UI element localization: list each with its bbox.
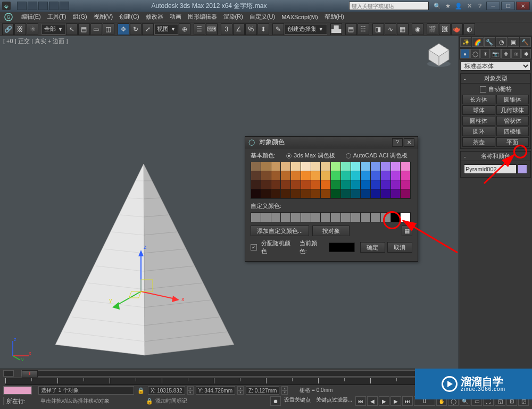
link-icon[interactable]: 🔗 (2, 23, 14, 35)
viewport-label[interactable]: [ +0 ] 正交 | 真实 + 边面 ] (3, 37, 68, 45)
unlink-icon[interactable]: ⛓ (14, 23, 26, 35)
custom-color-slot[interactable] (281, 213, 291, 222)
primitive-button[interactable]: 管状体 (496, 116, 529, 126)
menu-graph-editors[interactable]: 图形编辑器 (185, 12, 220, 22)
help-search-input-field[interactable] (350, 2, 428, 10)
schematic-view-icon[interactable]: ▦ (397, 23, 409, 35)
ql-save-icon[interactable] (28, 2, 37, 10)
create-lights-icon[interactable]: ☀ (480, 49, 490, 59)
menu-edit[interactable]: 编辑(E) (18, 12, 44, 22)
create-spacewarps-icon[interactable]: ≋ (511, 49, 521, 59)
percent-snap-icon[interactable]: % (245, 23, 257, 35)
infocenter-exchange-icon[interactable]: ✕ (464, 2, 474, 10)
color-cell[interactable] (351, 180, 361, 189)
snap-toggle-icon[interactable]: 3 (221, 23, 232, 35)
infocenter-help-icon[interactable]: ? (475, 2, 485, 10)
color-cell[interactable] (311, 180, 321, 189)
dialog-titlebar[interactable]: ◯ 对象颜色 ? ✕ (245, 137, 418, 148)
window-crossing-icon[interactable]: ◫ (103, 23, 114, 35)
create-shapes-icon[interactable]: ◯ (470, 49, 480, 59)
color-cell[interactable] (251, 171, 261, 180)
create-geometry-icon[interactable]: ● (460, 49, 470, 59)
color-cell[interactable] (281, 171, 291, 180)
color-cell[interactable] (401, 162, 411, 171)
color-cell[interactable] (261, 171, 271, 180)
menu-help[interactable]: 帮助(H) (321, 12, 347, 22)
color-cell[interactable] (331, 162, 341, 171)
custom-color-slot[interactable] (381, 213, 391, 222)
time-slider-thumb[interactable] (22, 370, 38, 378)
color-cell[interactable] (271, 171, 281, 180)
color-cell[interactable] (301, 189, 311, 198)
color-cell[interactable] (381, 162, 391, 171)
ref-coord-dropdown[interactable]: 视图▼ (154, 24, 178, 35)
color-cell[interactable] (251, 162, 261, 171)
custom-color-black[interactable] (391, 213, 401, 222)
color-cell[interactable] (351, 162, 361, 171)
ql-redo-icon[interactable] (49, 2, 59, 10)
menu-views[interactable]: 视图(V) (90, 12, 117, 22)
color-cell[interactable] (381, 189, 391, 198)
custom-color-slot[interactable] (371, 213, 381, 222)
panel-tab-modify[interactable]: 🌈 (472, 37, 483, 47)
panel-tab-motion[interactable]: ◔ (496, 37, 507, 47)
color-cell[interactable] (391, 162, 401, 171)
color-cell[interactable] (371, 162, 381, 171)
set-key-label[interactable]: 设置关键点 (284, 396, 311, 406)
primitive-button[interactable]: 茶壶 (462, 137, 495, 147)
color-cell[interactable] (331, 171, 341, 180)
spinner-snap-icon[interactable]: ⬍ (257, 23, 269, 35)
coord-x[interactable]: X: 10315.832 (148, 386, 185, 395)
color-cell[interactable] (401, 189, 411, 198)
select-region-rect-icon[interactable]: ▭ (90, 23, 102, 35)
name-color-rollout-header[interactable]: -名称和颜色 (461, 152, 530, 161)
primitive-button[interactable]: 四棱锥 (496, 127, 529, 136)
current-color-swatch[interactable] (329, 243, 355, 252)
render-production-icon[interactable]: 🫖 (451, 23, 463, 35)
help-search-input[interactable] (349, 2, 429, 10)
coord-z[interactable]: Z: 0.127mm (246, 386, 279, 395)
color-cell[interactable] (291, 189, 301, 198)
custom-color-slot[interactable] (361, 213, 371, 222)
primitive-button[interactable]: 圆环 (462, 127, 495, 136)
key-filter-label[interactable]: 关键点过滤器... (316, 396, 352, 406)
angle-snap-icon[interactable]: ∠ (233, 23, 245, 35)
color-cell[interactable] (391, 180, 401, 189)
custom-color-slot[interactable] (321, 213, 331, 222)
color-cell[interactable] (261, 162, 271, 171)
color-cell[interactable] (281, 189, 291, 198)
pyramid-object[interactable]: z x y (32, 143, 245, 355)
edit-named-sel-icon[interactable]: ✎ (272, 23, 284, 35)
next-frame-icon[interactable]: ▶ (390, 396, 401, 406)
color-cell[interactable] (361, 171, 371, 180)
minimize-button[interactable]: ─ (486, 2, 500, 10)
assign-random-checkbox[interactable]: ✓ (251, 244, 257, 251)
goto-start-icon[interactable]: ⏮ (355, 396, 366, 406)
material-editor-icon[interactable]: ◉ (412, 23, 423, 35)
color-cell[interactable] (341, 189, 351, 198)
select-name-icon[interactable]: ▤ (78, 23, 90, 35)
color-cell[interactable] (291, 162, 301, 171)
color-cell[interactable] (301, 180, 311, 189)
ql-undo-icon[interactable] (38, 2, 48, 10)
script-listener-mini[interactable] (3, 386, 32, 395)
color-cell[interactable] (391, 171, 401, 180)
rendered-frame-icon[interactable]: 🖼 (439, 23, 451, 35)
custom-color-slot[interactable] (311, 213, 321, 222)
basic-color-grid[interactable] (251, 162, 411, 199)
color-cell[interactable] (301, 162, 311, 171)
menu-modifiers[interactable]: 修改器 (143, 12, 167, 22)
color-cell[interactable] (251, 189, 261, 198)
color-cell[interactable] (341, 180, 351, 189)
custom-color-white[interactable] (401, 213, 411, 222)
color-cell[interactable] (321, 171, 331, 180)
color-cell[interactable] (391, 189, 401, 198)
color-cell[interactable] (381, 171, 391, 180)
color-cell[interactable] (251, 180, 261, 189)
color-cell[interactable] (381, 180, 391, 189)
color-cell[interactable] (321, 180, 331, 189)
primitive-button[interactable]: 圆锥体 (496, 95, 529, 104)
menu-animation[interactable]: 动画 (167, 12, 185, 22)
select-manipulate-icon[interactable]: ☰ (194, 23, 205, 35)
primitive-button[interactable]: 长方体 (462, 95, 495, 104)
